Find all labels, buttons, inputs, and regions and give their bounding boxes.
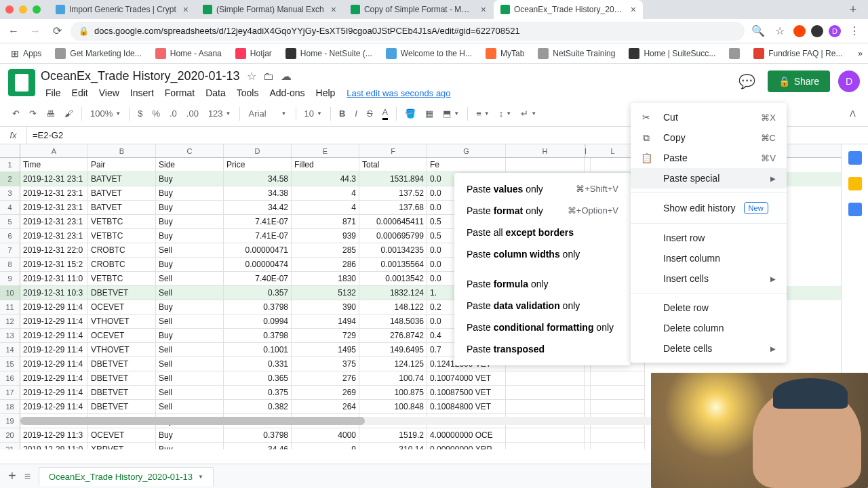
currency-button[interactable]: $ — [134, 106, 146, 121]
cell[interactable] — [506, 158, 585, 172]
cell[interactable] — [506, 443, 585, 449]
cell[interactable]: Buy — [156, 329, 224, 343]
cell[interactable]: CROBTC — [88, 258, 156, 272]
cell[interactable]: 100.848 — [359, 400, 427, 414]
browser-tab[interactable]: OceanEx_Trade History_2020-× — [494, 0, 643, 19]
h-align-button[interactable]: ≡▼ — [472, 106, 494, 121]
ctx-paste[interactable]: 📋 Paste⌘V — [631, 148, 787, 168]
paste-formula-only[interactable]: Paste formula only — [454, 273, 631, 295]
cell[interactable]: 0.00000474 — [224, 258, 292, 272]
cell[interactable]: DBETVET — [88, 386, 156, 400]
cell[interactable] — [591, 443, 645, 449]
cell[interactable] — [585, 371, 591, 386]
strike-button[interactable]: S — [363, 106, 377, 121]
bookmark-item[interactable]: Home | SuiteSucc... — [623, 45, 721, 62]
ctx-insert-cells[interactable]: Insert cells▶ — [631, 268, 787, 289]
cell[interactable] — [506, 386, 585, 400]
extension-icon-2[interactable] — [811, 25, 823, 37]
column-header[interactable]: D — [224, 144, 292, 157]
row-header[interactable]: 15 — [0, 357, 20, 371]
cell[interactable]: 729 — [292, 329, 359, 343]
cell[interactable]: 0.0994 — [224, 314, 292, 329]
cell[interactable]: 0.3798 — [224, 329, 292, 343]
row-header[interactable]: 4 — [0, 201, 20, 215]
bookmark-item[interactable] — [724, 45, 745, 62]
paste-format-only[interactable]: Paste format only⌘+Option+V — [454, 200, 631, 222]
cell[interactable]: 0.382 — [224, 400, 292, 414]
maximize-window[interactable] — [33, 5, 41, 14]
number-format[interactable]: 123▼ — [204, 106, 235, 121]
column-header[interactable]: B — [88, 144, 156, 157]
cell[interactable]: 124.125 — [359, 357, 427, 371]
cell[interactable]: 4.00000000 OCE — [427, 428, 506, 443]
wrap-button[interactable]: ↵▼ — [517, 106, 540, 121]
row-header[interactable]: 14 — [0, 343, 20, 357]
cell[interactable]: 286 — [292, 258, 359, 272]
cell[interactable]: 0.000645411 — [359, 215, 427, 229]
cell[interactable]: 310.14 — [359, 443, 427, 449]
cell[interactable]: Price — [224, 158, 292, 172]
cell[interactable]: OCEVET — [88, 300, 156, 314]
fill-color-button[interactable]: 🪣 — [401, 106, 420, 121]
cell[interactable] — [591, 400, 645, 414]
ctx-paste-special[interactable]: Paste special▶ — [631, 168, 787, 188]
ctx-insert-row[interactable]: Insert row — [631, 228, 787, 248]
cell[interactable]: 34.46 — [224, 443, 292, 449]
star-doc-icon[interactable]: ☆ — [247, 70, 256, 83]
zoom-select[interactable]: 100%▼ — [86, 106, 125, 121]
font-size-select[interactable]: 10▼ — [300, 106, 326, 121]
cell[interactable]: 0.10074000 VET — [427, 371, 506, 386]
row-header[interactable]: 5 — [0, 215, 20, 229]
cell[interactable]: 2019-12-31 22:0 — [20, 243, 88, 258]
cell[interactable]: 0.3798 — [224, 300, 292, 314]
cell[interactable]: 148.5036 — [359, 314, 427, 329]
bookmark-item[interactable]: NetSuite Training — [532, 45, 620, 62]
cell[interactable]: 0.3798 — [224, 428, 292, 443]
cell[interactable]: VETBTC — [88, 272, 156, 286]
cell[interactable]: 2019-12-31 11:0 — [20, 272, 88, 286]
cell[interactable] — [585, 443, 591, 449]
menu-edit[interactable]: Edit — [67, 85, 93, 101]
cell[interactable]: 0.357 — [224, 286, 292, 300]
cell[interactable]: Buy — [156, 443, 224, 449]
cell[interactable]: Fe — [427, 158, 506, 172]
cell[interactable]: 0.000695799 — [359, 229, 427, 243]
collapse-toolbar[interactable]: ᐱ — [846, 106, 860, 121]
new-tab-button[interactable]: + — [844, 3, 863, 17]
browser-tab[interactable]: Import Generic Trades | Crypt× — [49, 0, 195, 19]
cell[interactable]: 2019-12-31 23:1 — [20, 172, 88, 186]
cell[interactable]: VETBTC — [88, 229, 156, 243]
menu-insert[interactable]: Insert — [125, 85, 159, 101]
cell[interactable]: 1494 — [292, 314, 359, 329]
ctx-delete-cells[interactable]: Delete cells▶ — [631, 338, 787, 359]
formula-input[interactable]: =E2-G2 — [27, 130, 68, 140]
url-input[interactable]: 🔒 docs.google.com/spreadsheets/d/12jey4a… — [71, 22, 745, 41]
cell[interactable] — [585, 158, 591, 172]
cell[interactable]: 2019-12-29 11:4 — [20, 329, 88, 343]
row-header[interactable]: 16 — [0, 371, 20, 386]
cell[interactable] — [585, 400, 591, 414]
cell[interactable]: Sell — [156, 343, 224, 357]
redo-button[interactable]: ↷ — [25, 106, 41, 121]
cell[interactable]: VETBTC — [88, 215, 156, 229]
cell[interactable]: 5132 — [292, 286, 359, 300]
row-header[interactable]: 18 — [0, 400, 20, 414]
last-edit-link[interactable]: Last edit was seconds ago — [347, 88, 450, 98]
back-button[interactable]: ← — [5, 23, 22, 39]
calendar-addon-icon[interactable] — [848, 151, 862, 165]
comments-button[interactable]: 💬 — [735, 69, 760, 94]
column-header[interactable]: A — [20, 144, 88, 157]
cell[interactable]: 149.6495 — [359, 343, 427, 357]
cell[interactable]: 0.365 — [224, 371, 292, 386]
cell[interactable]: Sell — [156, 386, 224, 400]
close-tab-icon[interactable]: × — [183, 4, 189, 15]
row-header[interactable]: 12 — [0, 314, 20, 329]
forward-button[interactable]: → — [27, 23, 43, 39]
cell[interactable]: 2019-12-29 11:4 — [20, 386, 88, 400]
cell[interactable]: VTHOVET — [88, 314, 156, 329]
cell[interactable]: 2019-12-29 11:4 — [20, 357, 88, 371]
paste-conditional-formatting[interactable]: Paste conditional formatting only — [454, 317, 631, 338]
cell[interactable]: 2019-12-29 11:0 — [20, 443, 88, 449]
share-button[interactable]: 🔒 Share — [768, 70, 830, 92]
cell[interactable]: DBETVET — [88, 357, 156, 371]
